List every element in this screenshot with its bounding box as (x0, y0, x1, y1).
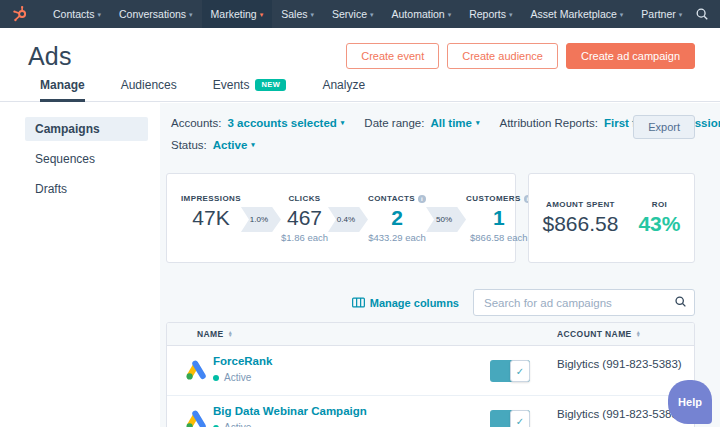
caret-down-icon: ▾ (476, 119, 480, 127)
campaign-search-input[interactable] (473, 289, 695, 316)
metrics-cards-row: IMPRESSIONS 47K 1.0% CLICKS 467 $1.86 ea… (166, 173, 695, 263)
page-header: Ads Create event Create audience Create … (0, 28, 720, 78)
new-badge: NEW (255, 79, 286, 92)
nav-item-sales[interactable]: Sales ▾ (272, 0, 323, 28)
account-name-cell: Biglytics (991-823-5383) (557, 358, 682, 370)
clicks-to-contacts-rate: 0.4% (328, 207, 368, 232)
search-icon[interactable] (674, 295, 687, 308)
caret-down-icon: ▾ (189, 11, 193, 18)
filters-row-2: Status: Active ▾ (171, 139, 695, 151)
tab-manage[interactable]: Manage (40, 78, 85, 102)
caret-down-icon: ▾ (310, 11, 314, 18)
search-icon[interactable] (691, 3, 713, 25)
campaign-name-link[interactable]: ForceRank (213, 355, 272, 367)
toggle-check-icon: ✓ (510, 410, 530, 427)
caret-down-icon: ▾ (679, 11, 683, 18)
top-navigation: Contacts ▾ Conversations ▾ Marketing ▾ S… (0, 0, 720, 28)
clicks-cost-each: $1.86 each (281, 232, 328, 243)
caret-down-icon: ▾ (341, 119, 345, 127)
table-row: ForceRank Active ✓ Biglytics (991-823-53… (167, 346, 694, 396)
status-filter-label: Status: (171, 139, 207, 151)
campaign-status: Active (213, 372, 251, 383)
info-icon[interactable]: i (418, 195, 426, 203)
status-label: Active (224, 422, 251, 427)
spend-roi-card: AMOUNT SPENT $866.58 ROI 43% (528, 173, 695, 263)
clicks-metric: CLICKS 467 $1.86 each (281, 194, 328, 243)
caret-down-icon: ▾ (260, 11, 264, 18)
customers-cost-each: $866.58 each (466, 232, 532, 243)
column-header-account-name[interactable]: ACCOUNT NAME ▲▼ (557, 323, 641, 345)
main-area: Campaigns Sequences Drafts Accounts: 3 a… (0, 103, 720, 427)
table-toolbar: Manage columns (166, 289, 695, 316)
roi-label: ROI (638, 200, 680, 209)
nav-item-contacts[interactable]: Contacts ▾ (44, 0, 110, 28)
nav-label: Sales (281, 8, 307, 20)
export-button[interactable]: Export (633, 115, 695, 139)
nav-item-reports[interactable]: Reports ▾ (460, 0, 521, 28)
contacts-cost-each: $433.29 each (368, 232, 426, 243)
create-ad-campaign-button[interactable]: Create ad campaign (566, 43, 695, 69)
left-sidebar: Campaigns Sequences Drafts (0, 103, 160, 427)
campaigns-table: NAME ▲▼ ACCOUNT NAME ▲▼ (166, 322, 695, 427)
roi-metric: ROI 43% (638, 200, 680, 236)
nav-item-partner[interactable]: Partner ▾ (632, 0, 691, 28)
nav-item-asset-marketplace[interactable]: Asset Marketplace ▾ (521, 0, 632, 28)
nav-label: Partner (641, 8, 675, 20)
date-range-filter-value: All time (430, 117, 472, 129)
date-range-filter-dropdown[interactable]: All time ▾ (430, 117, 479, 129)
accounts-filter-label: Accounts: (171, 117, 222, 129)
caret-down-icon: ▾ (370, 11, 374, 18)
hubspot-logo-icon[interactable] (12, 5, 30, 23)
sidebar-item-sequences[interactable]: Sequences (25, 147, 148, 171)
campaign-name-link[interactable]: Big Data Webinar Campaign (213, 405, 367, 417)
nav-item-service[interactable]: Service ▾ (323, 0, 383, 28)
customers-label: CUSTOMERS i (466, 194, 532, 203)
sidebar-item-drafts[interactable]: Drafts (25, 177, 148, 201)
campaign-toggle[interactable]: ✓ (490, 360, 530, 382)
contacts-to-customers-rate: 50% (426, 207, 466, 232)
clicks-value: 467 (281, 205, 328, 230)
nav-item-marketing[interactable]: Marketing ▾ (202, 0, 273, 28)
tab-analyze[interactable]: Analyze (322, 78, 365, 102)
contacts-value: 2 (368, 205, 426, 230)
sidebar-item-campaigns[interactable]: Campaigns (25, 117, 148, 141)
filters-row-1: Accounts: 3 accounts selected ▾ Date ran… (171, 117, 695, 129)
date-range-filter: Date range: All time ▾ (364, 117, 479, 129)
amount-spent-metric: AMOUNT SPENT $866.58 (543, 200, 619, 236)
caret-down-icon: ▾ (97, 11, 101, 18)
impressions-label: IMPRESSIONS (181, 194, 241, 203)
nav-label: Marketing (211, 8, 257, 20)
impressions-to-clicks-rate: 1.0% (241, 207, 281, 232)
tab-audiences[interactable]: Audiences (121, 78, 177, 102)
nav-item-automation[interactable]: Automation ▾ (383, 0, 461, 28)
toggle-check-icon: ✓ (510, 360, 530, 382)
column-header-name[interactable]: NAME ▲▼ (197, 323, 233, 345)
manage-columns-link[interactable]: Manage columns (352, 297, 459, 309)
tab-label: Manage (40, 78, 85, 92)
account-name-cell: Biglytics (991-823-5383) (557, 408, 682, 420)
date-range-filter-label: Date range: (364, 117, 424, 129)
campaign-toggle[interactable]: ✓ (490, 410, 530, 427)
caret-down-icon: ▾ (509, 11, 513, 18)
customers-metric: CUSTOMERS i 1 $866.58 each (466, 194, 532, 243)
tab-label: Analyze (322, 78, 365, 92)
help-button[interactable]: Help (668, 380, 712, 424)
accounts-filter-value: 3 accounts selected (228, 117, 337, 129)
google-ads-icon (185, 360, 207, 381)
funnel-metrics-card: IMPRESSIONS 47K 1.0% CLICKS 467 $1.86 ea… (166, 173, 516, 263)
nav-item-conversations[interactable]: Conversations ▾ (110, 0, 202, 28)
status-dot-icon (213, 375, 219, 381)
create-audience-button[interactable]: Create audience (447, 43, 558, 69)
attribution-filter-label: Attribution Reports: (500, 117, 598, 129)
create-event-button[interactable]: Create event (346, 43, 439, 69)
google-ads-icon (185, 410, 207, 427)
impressions-metric: IMPRESSIONS 47K (181, 194, 241, 230)
manage-columns-label: Manage columns (370, 297, 459, 309)
accounts-filter-dropdown[interactable]: 3 accounts selected ▾ (228, 117, 345, 129)
nav-label: Reports (469, 8, 506, 20)
contacts-label: CONTACTS i (368, 194, 426, 203)
status-filter-dropdown[interactable]: Active ▾ (213, 139, 255, 151)
tab-events[interactable]: Events NEW (213, 78, 287, 102)
roi-value: 43% (638, 212, 680, 236)
ads-page: Contacts ▾ Conversations ▾ Marketing ▾ S… (0, 0, 720, 427)
